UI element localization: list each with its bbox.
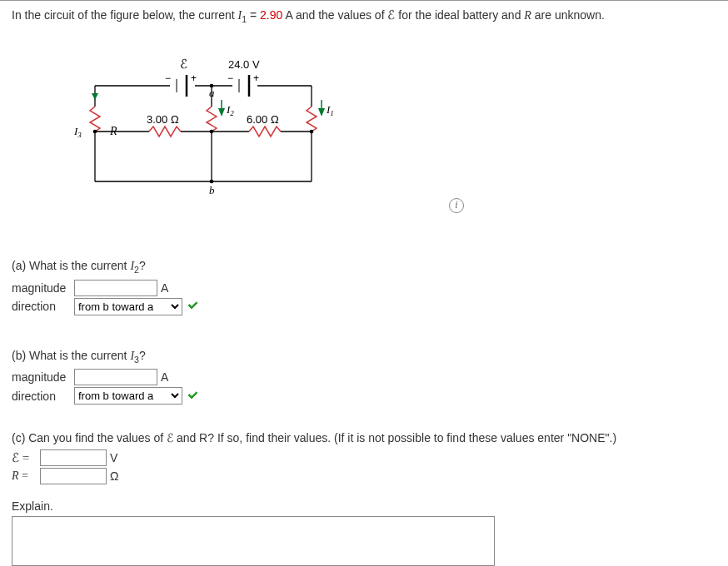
fig-I2: I2 [226,103,234,117]
svg-marker-9 [318,108,325,117]
prompt-text-1: In the circuit of the figure below, the … [12,8,238,22]
svg-point-25 [210,179,214,183]
problem-prompt: In the circuit of the figure below, the … [0,1,728,27]
fig-node-a: a [209,87,215,99]
part-c-question: (c) Can you find the values of ℰ and R? … [12,431,716,444]
fig-plus-2: + [253,72,259,84]
check-icon [187,300,201,313]
fig-24v-label: 24.0 V [228,58,260,71]
fig-I1-sub: 1 [330,109,334,117]
part-c: (c) Can you find the values of ℰ and R? … [12,431,716,566]
fig-I1: I1 [326,103,334,117]
prompt-text-4: are unknown. [531,8,605,22]
part-a: (a) What is the current I2? magnitude A … [12,259,716,315]
svg-point-26 [93,129,97,133]
fig-6ohm: 6.00 Ω [247,113,279,126]
part-b-prefix: (b) What is the current [12,349,130,362]
fig-plus-1: + [191,72,197,84]
fig-I2-sub: 2 [230,109,234,117]
part-b-magnitude-unit: A [161,370,168,384]
fig-minus-1: − [165,72,171,84]
part-b-direction-select[interactable]: from b toward a [74,387,182,405]
part-b-magnitude-input[interactable] [74,369,157,385]
part-c-eps-unit: V [110,451,117,464]
fig-I3-sub: 3 [77,131,82,139]
part-c-R-unit: Ω [110,469,118,483]
part-a-prefix: (a) What is the current [12,259,130,272]
part-a-magnitude-input[interactable] [74,280,157,296]
prompt-eq: = [247,8,260,22]
fig-node-b: b [209,184,215,196]
part-a-suffix: ? [139,259,146,272]
fig-I3: I3 [73,125,82,139]
fig-3ohm: 3.00 Ω [147,113,179,126]
prompt-text-2: A and the values of [282,8,387,22]
part-a-question: (a) What is the current I2? [12,259,716,275]
fig-minus-2: − [227,72,233,84]
part-b: (b) What is the current I3? magnitude A … [12,349,716,405]
explain-label: Explain. [12,499,716,513]
svg-marker-4 [92,93,98,100]
part-a-direction-select[interactable]: from b toward a [74,298,182,315]
fig-eps-label: ℰ [180,57,187,71]
explain-textarea[interactable] [12,516,495,566]
svg-point-24 [210,129,214,133]
check-icon [187,390,201,403]
part-c-eps-input[interactable] [40,449,107,466]
part-c-eps-label: ℰ = [12,450,40,465]
part-b-direction-label: direction [12,390,74,403]
part-b-question: (b) What is the current I3? [12,349,716,365]
prompt-text-3: for the ideal battery and [395,8,524,22]
part-a-magnitude-unit: A [161,281,168,295]
part-c-R-input[interactable] [40,468,107,484]
part-c-R-label: R = [12,469,40,483]
circuit-figure: ℰ 24.0 V − + − + a b R 3.00 Ω 6.00 Ω I3 … [70,57,716,236]
R-symbol: R [524,9,531,22]
fig-R-label: R [109,125,117,137]
part-a-direction-label: direction [12,300,74,313]
part-b-magnitude-label: magnitude [12,370,74,384]
info-icon[interactable]: i [449,198,464,213]
circuit-svg: ℰ 24.0 V − + − + a b R 3.00 Ω 6.00 Ω I3 … [70,57,353,202]
I1-value: 2.90 [260,8,282,22]
part-b-suffix: ? [139,349,146,362]
part-a-magnitude-label: magnitude [12,281,74,295]
svg-point-27 [310,129,314,133]
svg-marker-6 [218,108,225,117]
